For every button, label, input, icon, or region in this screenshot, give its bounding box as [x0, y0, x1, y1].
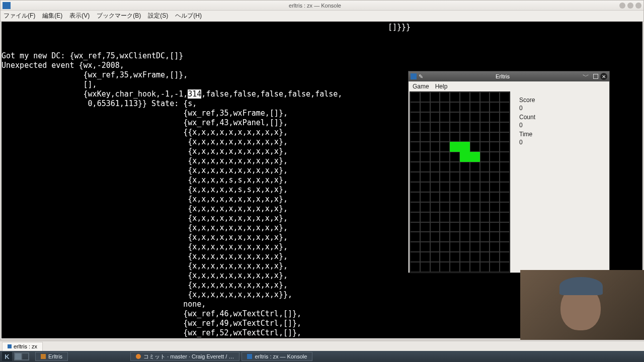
board-cell: [470, 162, 480, 172]
board-cell: [440, 162, 450, 172]
board-cell: [420, 192, 430, 202]
board-cell: [450, 122, 460, 132]
konsole-menu-bar: ファイル(F) 編集(E) 表示(V) ブックマーク(B) 設定(S) ヘルプ(…: [1, 11, 643, 22]
board-cell: [410, 122, 420, 132]
board-cell: [470, 192, 480, 202]
maximize-icon[interactable]: [627, 3, 633, 9]
board-cell: [460, 212, 470, 222]
board-cell: [430, 252, 440, 262]
menu-game[interactable]: Game: [413, 83, 429, 90]
board-cell: [450, 112, 460, 122]
board-cell: [470, 102, 480, 112]
board-cell: [450, 152, 460, 162]
board-cell: [430, 102, 440, 112]
menu-edit[interactable]: 編集(E): [42, 12, 62, 20]
board-cell: [440, 152, 450, 162]
board-cell: [420, 112, 430, 122]
board-cell: [460, 202, 470, 212]
taskbar-label: Erltris: [48, 353, 62, 359]
konsole-tab[interactable]: erltris : zx: [2, 342, 43, 351]
pin-icon[interactable]: ✎: [419, 73, 425, 79]
tab-icon: [8, 344, 12, 348]
board-cell: [500, 242, 510, 252]
board-cell: [480, 92, 490, 102]
board-cell: [490, 202, 500, 212]
board-cell: [450, 182, 460, 192]
close-icon[interactable]: [635, 3, 641, 9]
board-cell: [500, 232, 510, 242]
maximize-icon[interactable]: [593, 74, 598, 79]
board-cell: [500, 162, 510, 172]
board-cell: [490, 262, 500, 272]
app-icon: [41, 354, 46, 359]
count-value: 0: [519, 122, 535, 129]
menu-view[interactable]: 表示(V): [69, 12, 90, 20]
board-cell: [460, 102, 470, 112]
taskbar-item-konsole[interactable]: erltris : zx — Konsole: [242, 352, 312, 361]
taskbar-item-erltris[interactable]: Erltris: [35, 352, 68, 361]
board-cell: [430, 152, 440, 162]
board-cell: [470, 252, 480, 262]
board-cell: [450, 252, 460, 262]
time-value: 0: [519, 139, 535, 146]
board-cell: [470, 262, 480, 272]
game-stats: Score 0 Count 0 Time 0: [510, 92, 535, 273]
desktop-pager[interactable]: [14, 352, 29, 360]
board-cell: [410, 232, 420, 242]
board-cell: [500, 92, 510, 102]
board-cell: [490, 242, 500, 252]
minimize-icon[interactable]: ﹀: [581, 72, 591, 81]
board-cell: [460, 152, 470, 162]
taskbar-item-firefox[interactable]: コミット · master · Craig Everett / …: [130, 352, 239, 361]
board-cell: [440, 212, 450, 222]
close-icon[interactable]: ✕: [600, 73, 607, 80]
menu-help[interactable]: Help: [435, 83, 448, 90]
board-cell: [500, 192, 510, 202]
board-cell: [460, 142, 470, 152]
menu-help[interactable]: ヘルプ(H): [175, 12, 202, 20]
board-cell: [460, 192, 470, 202]
board-cell: [480, 232, 490, 242]
app-icon: [411, 73, 417, 79]
board-cell: [430, 182, 440, 192]
menu-bookmarks[interactable]: ブックマーク(B): [97, 12, 141, 20]
board-cell: [460, 112, 470, 122]
terminal-line: []}}}: [2, 23, 642, 32]
menu-file[interactable]: ファイル(F): [4, 12, 35, 20]
board-cell: [410, 212, 420, 222]
board-cell: [490, 152, 500, 162]
board-cell: [480, 202, 490, 212]
board-cell: [450, 102, 460, 112]
board-cell: [480, 142, 490, 152]
board-cell: [470, 202, 480, 212]
board-cell: [440, 172, 450, 182]
board-cell: [450, 212, 460, 222]
minimize-icon[interactable]: [619, 3, 625, 9]
board-cell: [410, 92, 420, 102]
board-cell: [440, 262, 450, 272]
board-cell: [460, 252, 470, 262]
board-cell: [470, 182, 480, 192]
board-cell: [490, 232, 500, 242]
board-cell: [440, 132, 450, 142]
erltris-titlebar[interactable]: ✎ Erltris ﹀ ✕: [409, 71, 609, 81]
board-cell: [430, 232, 440, 242]
board-cell: [450, 92, 460, 102]
konsole-titlebar[interactable]: erltris : zx — Konsole: [1, 1, 643, 11]
menu-settings[interactable]: 設定(S): [148, 12, 168, 20]
board-cell: [430, 242, 440, 252]
board-cell: [500, 112, 510, 122]
board-cell: [500, 182, 510, 192]
board-cell: [430, 162, 440, 172]
board-cell: [500, 262, 510, 272]
kde-launcher-icon[interactable]: K: [2, 352, 12, 361]
board-cell: [470, 142, 480, 152]
board-cell: [500, 172, 510, 182]
board-cell: [490, 132, 500, 142]
board-cell: [460, 242, 470, 252]
board-cell: [470, 172, 480, 182]
board-cell: [410, 242, 420, 252]
board-cell: [430, 212, 440, 222]
board-cell: [440, 232, 450, 242]
board-cell: [420, 132, 430, 142]
